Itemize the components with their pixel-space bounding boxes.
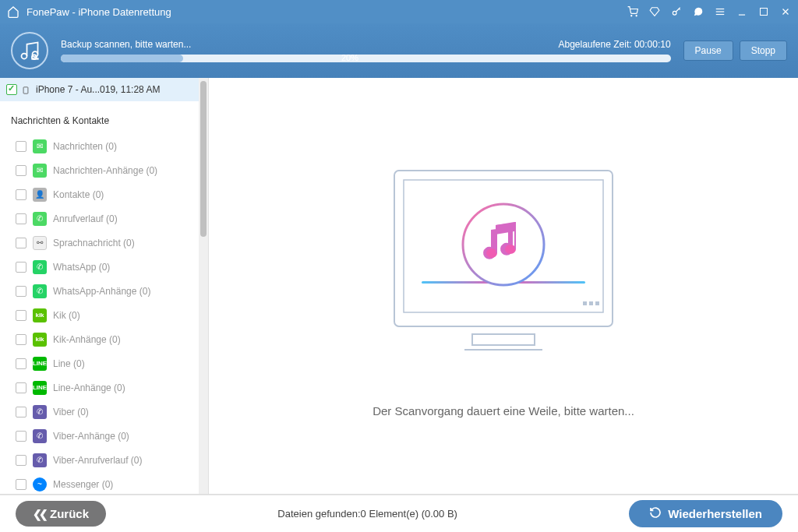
item-label: Line (0) [53, 358, 85, 369]
section-title-messages-contacts: Nachrichten & Kontakte [0, 101, 199, 134]
sidebar-item[interactable]: ✉Nachrichten (0) [0, 134, 199, 158]
svg-rect-24 [496, 225, 497, 253]
item-label: Viber-Anrufverlauf (0) [53, 455, 143, 466]
item-label: Viber-Anhänge (0) [53, 431, 129, 442]
svg-point-22 [486, 248, 497, 258]
svg-rect-18 [472, 334, 535, 345]
back-label: Zurück [50, 507, 89, 520]
sidebar-item[interactable]: ✉Nachrichten-Anhänge (0) [0, 158, 199, 182]
item-label: Anrufverlauf (0) [53, 213, 118, 224]
item-checkbox[interactable] [16, 431, 26, 442]
svg-rect-28 [595, 301, 599, 305]
item-checkbox[interactable] [16, 238, 26, 248]
sidebar-item[interactable]: ✆WhatsApp (0) [0, 255, 199, 279]
messages-icon: ✉ [33, 164, 47, 178]
viber-icon: ✆ [33, 405, 47, 419]
maximize-icon[interactable] [757, 5, 770, 18]
svg-point-23 [505, 245, 516, 254]
refresh-icon [649, 506, 662, 521]
item-checkbox[interactable] [16, 189, 26, 200]
close-icon[interactable] [779, 5, 792, 18]
main-body: iPhone 7 - Au...019, 11:28 AM Nachrichte… [0, 78, 798, 495]
item-checkbox[interactable] [16, 334, 26, 345]
diamond-icon[interactable] [648, 5, 661, 18]
item-label: Viber (0) [53, 407, 89, 417]
menu-icon[interactable] [714, 5, 726, 18]
svg-point-10 [22, 54, 27, 59]
item-label: Kik-Anhänge (0) [53, 334, 121, 345]
svg-rect-27 [589, 301, 593, 305]
pause-button[interactable]: Pause [683, 41, 733, 61]
title-controls [627, 5, 792, 18]
item-checkbox[interactable] [16, 165, 26, 176]
item-label: Nachrichten-Anhänge (0) [53, 165, 157, 176]
sidebar-item[interactable]: ✆Viber-Anhänge (0) [0, 424, 199, 448]
item-checkbox[interactable] [16, 286, 26, 297]
device-row[interactable]: iPhone 7 - Au...019, 11:28 AM [0, 78, 199, 101]
key-icon[interactable] [670, 5, 683, 18]
sidebar-item[interactable]: LINELine (0) [0, 351, 199, 375]
svg-rect-14 [23, 87, 28, 93]
sidebar-item[interactable]: 👤Kontakte (0) [0, 182, 199, 206]
app-title: FonePaw - iPhone Datenrettung [26, 6, 627, 18]
kik-icon: kik [33, 308, 47, 322]
scan-status-label: Backup scannen, bitte warten... [61, 39, 191, 50]
sidebar-item[interactable]: ~Messenger (0) [0, 472, 199, 494]
restore-button[interactable]: Wiederherstellen [629, 500, 782, 527]
kik-icon: kik [33, 333, 47, 347]
sidebar: iPhone 7 - Au...019, 11:28 AM Nachrichte… [0, 78, 209, 494]
restore-label: Wiederherstellen [668, 507, 762, 520]
footer: ❮❮ Zurück Dateien gefunden:0 Element(e) … [0, 495, 798, 532]
sidebar-item[interactable]: ⚯Sprachnachricht (0) [0, 231, 199, 255]
minimize-icon[interactable] [736, 5, 748, 18]
sidebar-scrollbar[interactable] [199, 78, 208, 494]
item-label: WhatsApp-Anhänge (0) [53, 286, 150, 297]
whatsapp-icon: ✆ [33, 284, 47, 298]
item-checkbox[interactable] [16, 213, 26, 224]
item-label: Nachrichten (0) [53, 141, 117, 152]
svg-rect-25 [514, 222, 516, 249]
item-checkbox[interactable] [16, 310, 26, 321]
progress-bar: 20% [61, 55, 671, 62]
sidebar-item[interactable]: ✆Anrufverlauf (0) [0, 206, 199, 231]
svg-point-2 [673, 11, 676, 15]
item-checkbox[interactable] [16, 262, 26, 273]
titlebar: FonePaw - iPhone Datenrettung [0, 0, 798, 23]
item-checkbox[interactable] [16, 479, 26, 490]
viber-icon: ✆ [33, 429, 47, 443]
scrollbar-thumb[interactable] [200, 81, 207, 237]
back-button[interactable]: ❮❮ Zurück [16, 501, 106, 527]
sidebar-item[interactable]: ✆Viber-Anrufverlauf (0) [0, 448, 199, 472]
stop-button[interactable]: Stopp [740, 41, 787, 61]
messages-icon: ✉ [33, 139, 47, 153]
item-checkbox[interactable] [16, 141, 26, 152]
item-checkbox[interactable] [16, 358, 26, 369]
progress-center: Backup scannen, bitte warten... Abgelauf… [61, 39, 671, 62]
calls-icon: ✆ [33, 212, 47, 226]
device-checkbox[interactable] [6, 84, 17, 95]
messenger-icon: ~ [33, 477, 47, 491]
home-icon[interactable] [6, 5, 20, 19]
progress-header: Backup scannen, bitte warten... Abgelauf… [0, 23, 798, 78]
voicemail-icon: ⚯ [33, 236, 47, 250]
sidebar-item[interactable]: ✆Viber (0) [0, 400, 199, 424]
speech-icon[interactable] [692, 5, 704, 18]
contacts-icon: 👤 [33, 188, 47, 202]
sidebar-item[interactable]: LINELine-Anhänge (0) [0, 375, 199, 400]
device-label: iPhone 7 - Au...019, 11:28 AM [36, 84, 160, 95]
item-checkbox[interactable] [16, 407, 26, 417]
item-checkbox[interactable] [16, 382, 26, 393]
sidebar-item[interactable]: kikKik-Anhänge (0) [0, 327, 199, 351]
item-checkbox[interactable] [16, 455, 26, 466]
cart-icon[interactable] [627, 5, 639, 18]
phone-icon [22, 85, 31, 94]
whatsapp-icon: ✆ [33, 260, 47, 274]
line-icon: LINE [33, 357, 47, 371]
elapsed-time-label: Abgelaufene Zeit: 00:00:10 [558, 39, 670, 50]
sidebar-item[interactable]: ✆WhatsApp-Anhänge (0) [0, 279, 199, 303]
sidebar-item[interactable]: kikKik (0) [0, 303, 199, 327]
monitor-illustration [379, 155, 628, 373]
content-area: Der Scanvorgang dauert eine Weile, bitte… [209, 78, 798, 494]
svg-point-1 [636, 16, 637, 16]
progress-percent: 20% [341, 53, 358, 62]
